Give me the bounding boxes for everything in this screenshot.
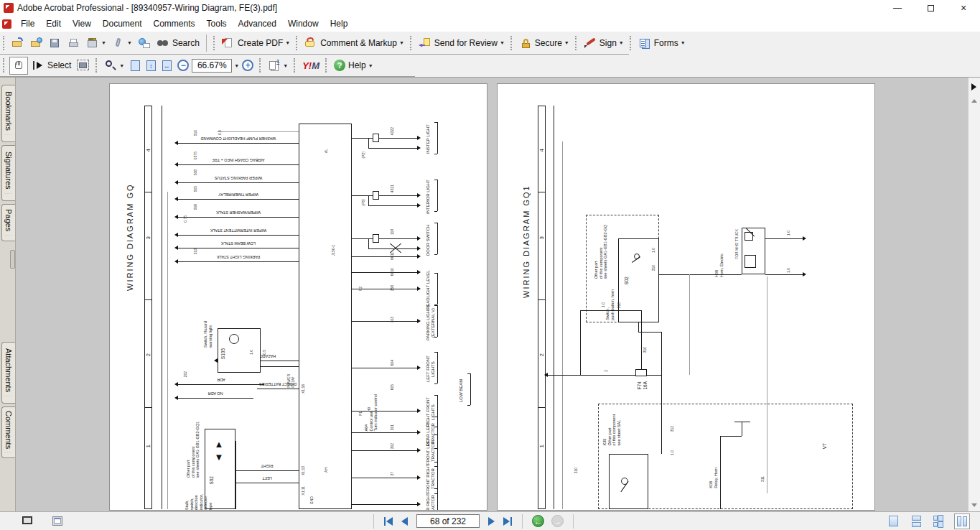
single-page-layout-button[interactable]	[885, 513, 901, 529]
component-box	[373, 234, 379, 243]
zoom-level-input[interactable]: 66.67%	[192, 59, 232, 73]
component-caption-s02: Switch, push button, horn	[605, 289, 615, 320]
toolbar-grip[interactable]	[213, 36, 215, 50]
open-web-button[interactable]	[28, 34, 45, 52]
wire-line	[218, 131, 299, 132]
toolbar-grip[interactable]	[95, 58, 98, 73]
wire-line	[352, 256, 417, 257]
direction-arrow-icon: ▲	[215, 440, 224, 449]
print-button[interactable]	[65, 34, 83, 52]
menu-comments[interactable]: Comments	[148, 17, 201, 31]
previous-page-button[interactable]	[397, 516, 412, 527]
zoom-dropdown-caret[interactable]: ▼	[234, 63, 239, 68]
facing-layout-button[interactable]	[954, 513, 970, 529]
zoom-out-button[interactable]: −	[175, 57, 191, 75]
sign-button[interactable]: Sign▼	[582, 34, 626, 52]
toolbar-grip[interactable]	[510, 36, 513, 50]
continuous-facing-layout-button[interactable]	[931, 513, 947, 529]
vertical-scrollbar[interactable]	[968, 78, 980, 511]
scroll-up-arrow-icon[interactable]	[971, 99, 977, 103]
menu-edit[interactable]: Edit	[40, 17, 67, 31]
sidebar-tab-signatures[interactable]: Signatures····	[1, 145, 15, 201]
wire-line	[144, 192, 151, 192]
toolbar-grip[interactable]	[630, 36, 632, 50]
wire-line	[368, 148, 417, 149]
sidebar-tab-bookmarks[interactable]: Bookmarks····	[1, 85, 15, 142]
menu-advanced[interactable]: Advanced	[233, 17, 282, 31]
page-display-button[interactable]: 1▼	[266, 57, 290, 75]
zoom-in-button[interactable]: +	[240, 57, 256, 75]
next-page-button[interactable]	[484, 516, 499, 527]
continuous-layout-button[interactable]	[908, 513, 924, 529]
menu-view[interactable]: View	[67, 17, 97, 31]
pdf-page-left[interactable]: WIRING DIAGRAM GQ 4321WASHER PUMP HEADLI…	[109, 83, 487, 511]
sidebar-tab-pages[interactable]: Pages····	[1, 204, 15, 241]
yahoo-m-label: M	[312, 60, 319, 71]
comment-markup-button[interactable]: Comment & Markup▼	[302, 34, 406, 52]
menu-tools[interactable]: Tools	[201, 17, 233, 31]
toolbar-grip[interactable]	[3, 58, 5, 73]
help-button[interactable]: ?Help▼	[332, 57, 375, 75]
wire-label: DIRECT BATTERIES	[238, 382, 317, 386]
organizer-button[interactable]: ▼	[84, 34, 108, 52]
menu-document[interactable]: Document	[97, 17, 148, 31]
sidebar-tab-comments[interactable]: Comments····	[1, 406, 15, 458]
wire-line	[538, 299, 545, 300]
previous-view-button[interactable]: ←	[532, 515, 544, 527]
search-button[interactable]: Search	[154, 34, 202, 52]
select-tool-button[interactable]: Select	[29, 57, 73, 75]
menu-help[interactable]: Help	[325, 17, 354, 31]
wire-line	[434, 122, 437, 123]
open-button[interactable]	[9, 34, 27, 52]
restore-button[interactable]	[914, 0, 947, 16]
panel-resize-handle[interactable]	[10, 250, 15, 269]
fit-page-button[interactable]	[127, 57, 143, 75]
forms-button[interactable]: Forms▼	[636, 34, 688, 52]
navigation-tab-strip: Bookmarks···· Signatures···· Pages···· A…	[0, 78, 16, 511]
fit-height-button[interactable]: ↕	[143, 57, 159, 75]
micro-label: 119	[390, 229, 394, 235]
micro-label: 1.0	[786, 268, 790, 273]
toolbar-grip[interactable]	[325, 58, 327, 73]
wire-line	[659, 274, 742, 275]
hide-panel-arrow-icon[interactable]	[971, 83, 976, 90]
document-area[interactable]: WIRING DIAGRAM GQ 4321WASHER PUMP HEADLI…	[16, 78, 968, 511]
wire-line	[734, 422, 750, 422]
dropdown-caret: ▼	[119, 63, 124, 68]
toolbar-grip[interactable]	[575, 36, 577, 50]
zoom-tool-button[interactable]: ▼	[102, 57, 126, 75]
toolbar-grip[interactable]	[294, 58, 296, 73]
micro-label: 202	[183, 371, 187, 377]
sidebar-tab-attachments[interactable]: Attachments····	[1, 342, 15, 404]
toolbar-grip[interactable]	[296, 36, 298, 50]
attach-button[interactable]: ▼	[110, 34, 134, 52]
menu-window[interactable]: Window	[282, 17, 325, 31]
save-button[interactable]	[47, 34, 64, 52]
pdf-page-right[interactable]: WIRING DIAGRAM GQ1 4321S02Other part of …	[497, 83, 875, 511]
secure-button[interactable]: Secure▼	[517, 34, 571, 52]
yahoo-messenger-button[interactable]: Y!M	[300, 57, 322, 75]
close-button[interactable]: ×	[947, 0, 980, 16]
fit-width-button[interactable]: ↔	[159, 57, 174, 75]
snapshot-button[interactable]	[75, 57, 92, 75]
toolbar-grip[interactable]	[3, 36, 5, 50]
component-id-s02: S02	[209, 476, 215, 485]
toolbar-separator	[206, 34, 207, 52]
scroll-down-arrow-icon[interactable]	[971, 503, 977, 507]
create-pdf-icon	[222, 37, 235, 49]
last-page-button[interactable]	[499, 516, 516, 527]
toolbar-grip[interactable]	[259, 58, 261, 73]
send-for-review-button[interactable]: Send for Review▼	[416, 34, 507, 52]
next-view-button[interactable]: →	[551, 515, 564, 527]
page-number-input[interactable]: 68 of 232	[416, 514, 480, 528]
minimize-button[interactable]: —	[881, 0, 914, 16]
menu-file[interactable]: File	[15, 17, 40, 31]
arrowhead-icon	[417, 430, 421, 434]
first-page-button[interactable]	[380, 516, 397, 527]
hand-tool-button[interactable]	[9, 57, 28, 75]
document-status-icon[interactable]	[52, 516, 65, 527]
create-pdf-button[interactable]: Create PDF▼	[220, 34, 292, 52]
fullscreen-view-icon[interactable]	[22, 516, 34, 527]
email-button[interactable]	[136, 34, 153, 52]
toolbar-grip[interactable]	[410, 36, 412, 50]
